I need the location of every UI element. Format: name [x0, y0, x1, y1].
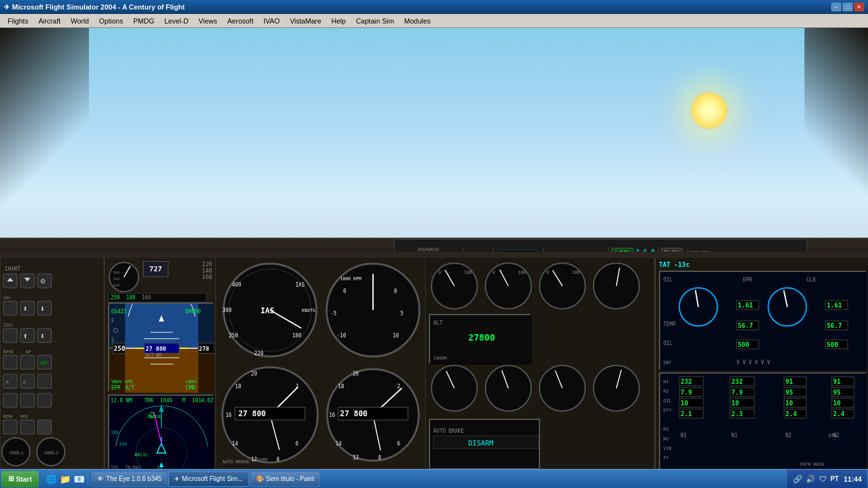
menu-vistamare[interactable]: VistaMare	[285, 16, 326, 26]
ql-explorer-button[interactable]: 📁	[58, 473, 71, 485]
svg-text:EPR: EPR	[829, 433, 837, 438]
menu-captainsim[interactable]: Captain Sim	[351, 16, 399, 26]
svg-rect-38	[37, 420, 51, 434]
svg-text:DH000: DH000	[186, 309, 201, 315]
svg-text:300: 300	[222, 308, 232, 313]
menu-aerosoft[interactable]: Aerosoft	[222, 16, 259, 26]
eye-label: The Eye 1.0.6 b345	[106, 475, 161, 482]
svg-text:230: 230	[113, 283, 120, 287]
svg-text:232: 232	[731, 378, 743, 385]
svg-text:100: 100	[572, 270, 580, 275]
svg-text:V V V V V V: V V V V V V	[736, 360, 770, 365]
misc-display: AUTO BRAKE DISARM	[429, 419, 540, 470]
svg-text:1000 RPM: 1000 RPM	[340, 276, 362, 281]
svg-text:2: 2	[397, 384, 400, 390]
svg-text:⬆: ⬆	[23, 333, 28, 339]
svg-text:14: 14	[232, 441, 238, 447]
svg-text:0: 0	[394, 288, 397, 294]
svg-text:8: 8	[378, 455, 381, 461]
svg-text:EFIB: EFIB	[3, 349, 13, 354]
svg-text:10: 10	[731, 400, 739, 407]
start-button[interactable]: ⊞ Start	[1, 471, 39, 487]
svg-text:0: 0	[343, 288, 346, 294]
network-icon: 🔗	[792, 474, 803, 484]
window-title: Microsoft Flight Simulator 2004 - A Cent…	[12, 3, 185, 11]
menu-views[interactable]: Views	[194, 16, 222, 26]
menu-leveld[interactable]: Level-D	[159, 16, 194, 26]
ql-ie-button[interactable]: 🌐	[44, 473, 57, 485]
main-view[interactable]: IAS/MACH 113.60 AUTO 340 A/T ARM EPR SPD	[0, 28, 868, 474]
pfd-attitude-indicator: 250 278 CMD EPR A/T VNAV SPD LNAV	[108, 302, 213, 391]
maximize-button[interactable]: □	[843, 3, 853, 11]
ecam-lower-display: N1 R2 OIL DTY 232 7.9 10 2.1	[659, 372, 865, 471]
svg-text:18: 18	[338, 384, 344, 390]
paint-label: Sem titulo - Paint	[266, 475, 315, 482]
svg-text:N1: N1	[663, 379, 668, 384]
svg-text:5: 5	[400, 311, 403, 316]
taskbar-fsx-button[interactable]: ✈ Microsoft Flight Sim...	[168, 471, 248, 487]
svg-text:1034.0Z: 1034.0Z	[192, 398, 214, 403]
ql-email-button[interactable]: 📧	[72, 473, 85, 485]
menu-help[interactable]: Help	[327, 16, 351, 26]
svg-text:CMD: CMD	[186, 384, 196, 391]
svg-text:500: 500	[827, 341, 838, 348]
menu-options[interactable]: Options	[94, 16, 128, 26]
svg-text:27 800: 27 800	[146, 346, 166, 352]
fsx-icon: ✈	[174, 475, 179, 482]
ecam-panel: TAT -13c OIL EPR CL8	[654, 258, 868, 474]
svg-text:N1: N1	[681, 433, 687, 438]
svg-text:AP: AP	[40, 360, 48, 366]
engine-gauge-1: 0 100	[429, 261, 480, 311]
svg-text:250: 250	[113, 271, 120, 274]
menu-modules[interactable]: Modules	[399, 16, 436, 26]
menu-pmdg[interactable]: PMDG	[128, 16, 159, 26]
svg-text:20: 20	[353, 371, 359, 377]
close-button[interactable]: ✕	[854, 3, 864, 11]
speed-indicator-small: 250 240 230	[108, 261, 140, 293]
svg-text:OIL: OIL	[663, 341, 673, 346]
svg-text:220: 220	[254, 351, 264, 356]
svg-text:160: 160	[119, 442, 127, 447]
svg-text:N2: N2	[663, 437, 668, 442]
svg-text:FF: FF	[663, 456, 668, 461]
svg-text:ALT: ALT	[433, 320, 443, 326]
taskbar-paint-button[interactable]: 🎨 Sem titulo - Paint	[250, 471, 320, 487]
svg-text:240: 240	[113, 277, 120, 281]
svg-text:56.7: 56.7	[827, 322, 842, 329]
menu-world[interactable]: World	[65, 16, 94, 26]
svg-text:0: 0	[438, 270, 441, 275]
left-instruments: 250 240 230 727 120 140 160 250 140 160	[105, 258, 216, 474]
eng-b2	[483, 363, 534, 414]
menu-bar: Flights Aircraft World Options PMDG Leve…	[0, 14, 868, 28]
svg-text:KNOTS: KNOTS	[302, 308, 315, 313]
svg-text:AUTO BRAKE: AUTO BRAKE	[222, 459, 249, 464]
right-cluster: 0 100 0 100	[426, 258, 654, 474]
svg-text:OH: OH	[3, 295, 10, 300]
taskbar-eye-button[interactable]: 👁 The Eye 1.0.6 b345	[92, 471, 167, 487]
ias-mach-label: IAS/MACH	[417, 247, 439, 252]
svg-text:TEMP: TEMP	[663, 322, 675, 327]
svg-text:232: 232	[681, 378, 692, 385]
svg-text:2.4: 2.4	[785, 410, 797, 417]
menu-flights[interactable]: Flights	[3, 16, 33, 26]
engine-gauges-bottom: AUTO BRAKE DISARM	[429, 363, 651, 471]
svg-text:95: 95	[833, 389, 841, 396]
minimize-button[interactable]: −	[831, 3, 841, 11]
svg-text:PATH BACK: PATH BACK	[800, 462, 825, 467]
svg-text:91: 91	[833, 378, 841, 385]
svg-text:A: A	[6, 380, 9, 384]
app-icon: ✈	[4, 3, 10, 11]
altimeter: 20 18 2 16 4 14 6 12 8 27 8	[219, 363, 321, 468]
speed-refs: 120 140 160	[202, 261, 212, 280]
svg-text:2.4: 2.4	[833, 410, 844, 417]
svg-text:EBT: EBT	[663, 360, 672, 365]
svg-text:16: 16	[329, 412, 336, 418]
altimeter-2: 20 18 2 16 4 14 6 12 8 27 800	[324, 363, 423, 468]
titlebar-left: ✈ Microsoft Flight Simulator 2004 - A Ce…	[4, 3, 185, 11]
svg-text:EPR: EPR	[743, 277, 752, 283]
menu-aircraft[interactable]: Aircraft	[33, 16, 65, 26]
svg-rect-32	[20, 393, 34, 407]
menu-ivao[interactable]: IVAO	[259, 16, 285, 26]
svg-text:10: 10	[785, 400, 793, 407]
svg-text:1.61: 1.61	[827, 302, 842, 309]
